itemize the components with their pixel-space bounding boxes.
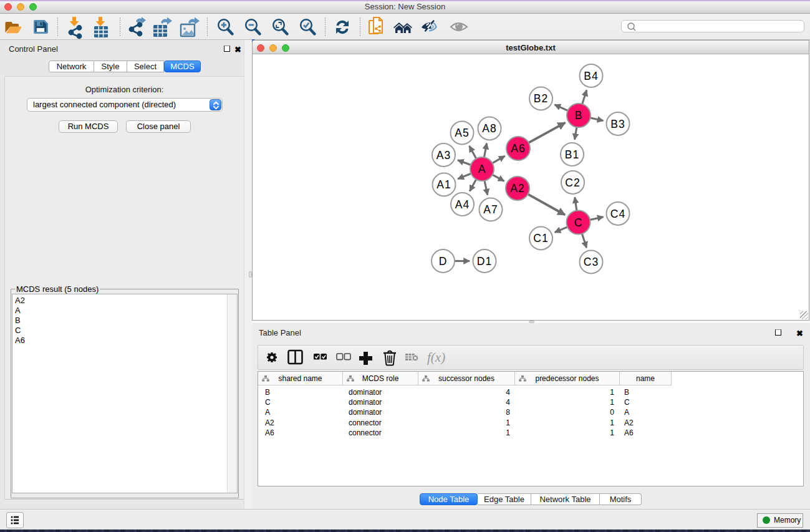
- svg-text:B4: B4: [584, 70, 598, 82]
- svg-text:B: B: [575, 109, 583, 122]
- svg-text:A8: A8: [482, 122, 496, 135]
- svg-text:B3: B3: [610, 118, 625, 130]
- svg-text:D: D: [439, 255, 448, 268]
- svg-text:D1: D1: [477, 255, 492, 268]
- svg-text:C: C: [574, 216, 583, 229]
- svg-text:A3: A3: [436, 149, 451, 162]
- svg-text:C4: C4: [610, 208, 625, 220]
- svg-text:f(x): f(x): [427, 350, 445, 365]
- svg-text:A: A: [478, 163, 486, 175]
- svg-text:B1: B1: [565, 148, 579, 161]
- svg-text:A4: A4: [455, 198, 470, 211]
- svg-text:A5: A5: [455, 127, 469, 139]
- svg-text:C3: C3: [584, 256, 599, 268]
- svg-text:A7: A7: [483, 203, 498, 216]
- svg-text:A1: A1: [436, 178, 451, 191]
- svg-text:B2: B2: [534, 92, 548, 105]
- svg-text:C2: C2: [565, 177, 580, 189]
- svg-text:A6: A6: [511, 142, 525, 155]
- svg-text:A2: A2: [510, 182, 524, 195]
- svg-text:C1: C1: [533, 232, 548, 244]
